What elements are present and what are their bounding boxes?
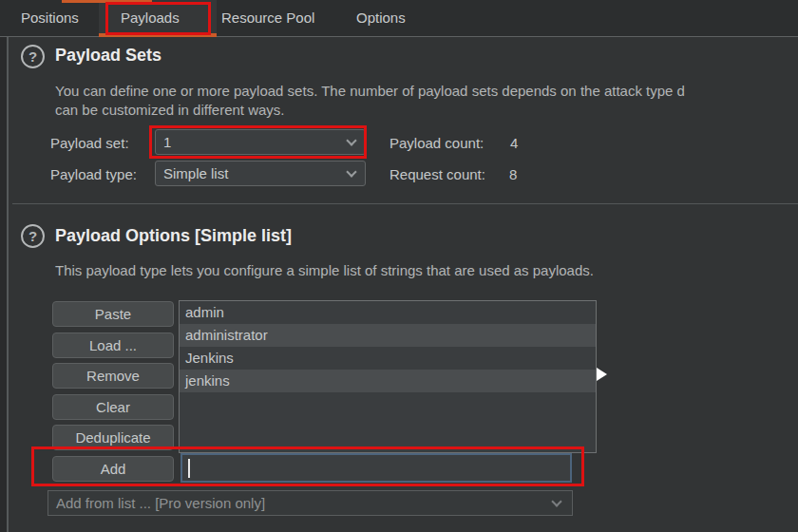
payload-type-label: Payload type: <box>50 166 137 182</box>
request-count-value: 8 <box>509 166 517 182</box>
left-gutter <box>0 37 7 532</box>
paste-button[interactable]: Paste <box>52 301 174 327</box>
add-button[interactable]: Add <box>52 456 174 482</box>
clear-button[interactable]: Clear <box>52 394 174 420</box>
payload-type-dropdown[interactable]: Simple list <box>155 161 366 186</box>
tab-payloads[interactable]: Payloads <box>121 10 180 26</box>
list-item[interactable]: jenkins <box>180 370 596 392</box>
request-count-label: Request count: <box>390 166 485 182</box>
payload-list[interactable]: admin administrator Jenkins jenkins <box>179 300 597 453</box>
add-from-list-dropdown[interactable]: Add from list ... [Pro version only] <box>48 490 573 516</box>
tab-bar: Positions Payloads Resource Pool Options <box>0 0 798 37</box>
payload-type-selected-value: Simple list <box>163 165 228 181</box>
chevron-down-icon <box>551 496 561 506</box>
remove-button[interactable]: Remove <box>52 363 174 389</box>
list-item[interactable]: admin <box>180 301 596 324</box>
payload-count-label: Payload count: <box>390 135 484 151</box>
mouse-cursor-icon <box>597 368 607 381</box>
chevron-down-icon <box>346 166 356 177</box>
help-icon[interactable]: ? <box>21 45 45 68</box>
tab-resource-pool[interactable]: Resource Pool <box>221 10 314 26</box>
payload-set-label: Payload set: <box>50 135 129 151</box>
payload-set-dropdown[interactable]: 1 <box>155 129 366 155</box>
payload-count-value: 4 <box>510 135 518 151</box>
list-item[interactable]: administrator <box>180 324 596 347</box>
tab-positions[interactable]: Positions <box>21 10 79 26</box>
payload-set-selected-value: 1 <box>163 134 171 150</box>
deduplicate-button[interactable]: Deduplicate <box>52 425 174 450</box>
tab-options[interactable]: Options <box>356 10 406 26</box>
payload-sets-title: Payload Sets <box>55 46 162 66</box>
selected-tab-orange-underline <box>99 33 217 37</box>
add-from-list-label: Add from list ... [Pro version only] <box>56 495 265 511</box>
payload-sets-description-line1: You can define one or more payload sets.… <box>55 83 798 99</box>
chevron-down-icon <box>346 135 356 145</box>
list-item[interactable]: Jenkins <box>180 347 596 370</box>
upper-tab-orange-indicator <box>62 0 152 3</box>
load-button[interactable]: Load ... <box>52 332 174 358</box>
payload-options-description: This payload type lets you configure a s… <box>55 262 594 278</box>
panel-left-border <box>7 37 9 532</box>
add-payload-input[interactable] <box>180 453 572 483</box>
text-caret <box>188 459 190 478</box>
help-icon[interactable]: ? <box>21 224 45 248</box>
payload-sets-description-line2: can be customized in different ways. <box>55 102 285 118</box>
section-divider <box>12 203 798 204</box>
payload-options-title: Payload Options [Simple list] <box>55 226 292 246</box>
